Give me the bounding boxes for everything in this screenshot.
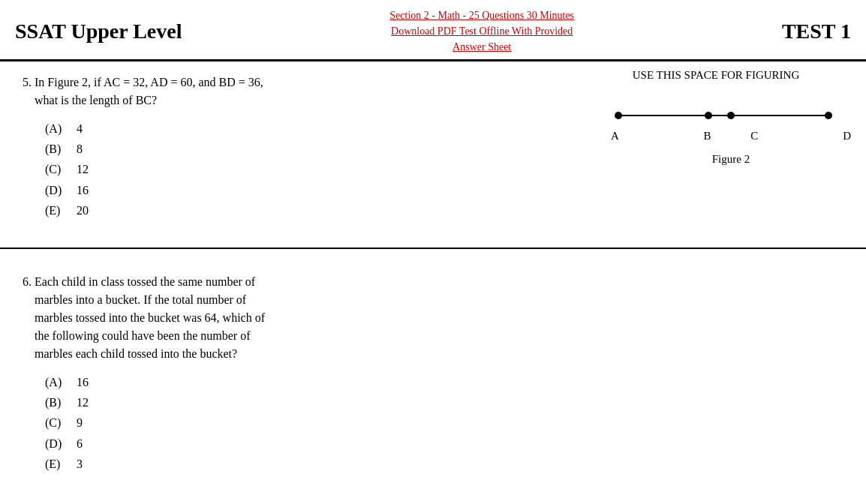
q6-option-label-b: (B) [45, 392, 68, 412]
list-item: (C) 9 [45, 412, 551, 433]
point-a-label: A [611, 130, 619, 142]
list-item: (A) 16 [45, 372, 551, 392]
question6-number: 6. Each child in class tossed the same n… [23, 275, 255, 288]
q6-option-label-c: (C) [45, 412, 68, 433]
svg-point-2 [705, 112, 712, 119]
list-item: (A) 4 [45, 118, 551, 139]
figuring-label: USE THIS SPACE FOR FIGURING [581, 69, 851, 82]
option-label-a: (A) [45, 118, 68, 139]
question5-text: 5. In Figure 2, if AC = 32, AD = 60, and… [23, 74, 551, 110]
q6-option-value-a: 16 [77, 372, 89, 392]
question6-line4: the following could have been the number… [23, 329, 250, 342]
header-center-link[interactable]: Section 2 - Math - 25 Questions 30 Minut… [389, 8, 574, 55]
question6-line5: marbles each child tossed into the bucke… [23, 347, 237, 360]
question6-section: 6. Each child in class tossed the same n… [0, 249, 866, 501]
figure2-svg [611, 104, 836, 127]
option-value-b: 8 [77, 139, 83, 159]
option-label-e: (E) [45, 200, 68, 220]
question6: 6. Each child in class tossed the same n… [23, 273, 551, 474]
q6-option-label-a: (A) [45, 372, 68, 392]
question6-left: 6. Each child in class tossed the same n… [0, 249, 566, 501]
question5-subtext: what is the length of BC? [23, 94, 157, 106]
question5: 5. In Figure 2, if AC = 32, AD = 60, and… [23, 74, 551, 220]
option-value-c: 12 [77, 159, 89, 179]
page-header: SSAT Upper Level Section 2 - Math - 25 Q… [0, 0, 866, 62]
q6-option-label-d: (D) [45, 434, 68, 454]
figure2-diagram: A B C D [611, 104, 851, 142]
list-item: (E) 20 [45, 200, 551, 220]
q6-option-value-b: 12 [77, 392, 89, 412]
point-d-label: D [843, 130, 851, 142]
question5-right: USE THIS SPACE FOR FIGURING [566, 62, 866, 248]
question6-options: (A) 16 (B) 12 (C) 9 (D) 6 (E) 3 [45, 372, 551, 474]
figure2-point-labels: A B C D [611, 130, 851, 142]
option-value-d: 16 [77, 180, 89, 200]
question5-options: (A) 4 (B) 8 (C) 12 (D) 16 (E) 20 [45, 118, 551, 220]
question6-line3: marbles tossed into the bucket was 64, w… [23, 311, 265, 324]
q6-option-label-e: (E) [45, 454, 68, 474]
svg-point-4 [825, 112, 832, 119]
q6-option-value-d: 6 [77, 434, 83, 454]
figure2-container: A B C D Figure 2 [581, 104, 851, 166]
list-item: (B) 12 [45, 392, 551, 412]
option-value-a: 4 [77, 118, 83, 139]
section-info-line2: Download PDF Test Offline With Provided [389, 23, 574, 39]
question6-line2: marbles into a bucket. If the total numb… [23, 293, 246, 306]
test-label: TEST 1 [782, 20, 851, 44]
point-c-label: C [750, 130, 758, 142]
option-label-d: (D) [45, 180, 68, 200]
question6-text: 6. Each child in class tossed the same n… [23, 273, 551, 363]
question5-section: 5. In Figure 2, if AC = 32, AD = 60, and… [0, 62, 866, 249]
point-b-label: B [704, 130, 711, 142]
q6-option-value-e: 3 [77, 454, 83, 474]
svg-point-3 [727, 112, 735, 119]
page-title: SSAT Upper Level [15, 20, 182, 44]
list-item: (D) 16 [45, 180, 551, 200]
question5-number: 5. In Figure 2, if AC = 32, AD = 60, and… [23, 76, 263, 88]
list-item: (E) 3 [45, 454, 551, 474]
list-item: (D) 6 [45, 434, 551, 454]
section-info-line3: Answer Sheet [389, 39, 574, 55]
option-value-e: 20 [77, 200, 89, 220]
question6-right-space [566, 249, 866, 501]
question5-left: 5. In Figure 2, if AC = 32, AD = 60, and… [0, 62, 566, 248]
section-info-line1: Section 2 - Math - 25 Questions 30 Minut… [389, 8, 574, 23]
list-item: (C) 12 [45, 159, 551, 179]
figure2-caption: Figure 2 [611, 153, 851, 166]
option-label-c: (C) [45, 159, 68, 179]
q6-option-value-c: 9 [77, 412, 83, 433]
svg-point-1 [615, 112, 622, 119]
list-item: (B) 8 [45, 139, 551, 159]
option-label-b: (B) [45, 139, 68, 159]
